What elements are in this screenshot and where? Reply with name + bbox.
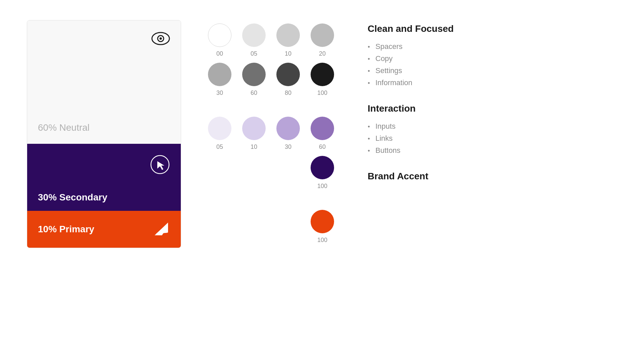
swatch-circle-100 bbox=[311, 63, 334, 86]
cursor-icon bbox=[150, 155, 170, 176]
brand-accent-title: Brand Accent bbox=[368, 171, 454, 182]
clean-focused-settings: Settings bbox=[368, 66, 454, 75]
interaction-links: Links bbox=[368, 134, 454, 143]
swatch-circle-30 bbox=[208, 63, 231, 86]
brand-label-100: 100 bbox=[317, 237, 327, 244]
interaction-label-30: 30 bbox=[285, 143, 291, 150]
interaction-swatch-10: 10 bbox=[242, 117, 266, 150]
swatches-container: 00 05 10 20 30 bbox=[208, 20, 334, 244]
card-primary-section: 10% Primary bbox=[27, 211, 181, 248]
clean-focused-copy: Copy bbox=[368, 54, 454, 63]
swatch-00: 00 bbox=[208, 23, 231, 57]
interaction-swatch-group: 05 10 30 60 100 bbox=[208, 117, 334, 190]
interaction-group: Interaction Inputs Links Buttons bbox=[368, 103, 454, 155]
brand-swatch-100: 100 bbox=[311, 210, 334, 244]
interaction-circle-10 bbox=[242, 117, 266, 140]
clean-focused-list: Spacers Copy Settings Information bbox=[368, 42, 454, 87]
interaction-buttons: Buttons bbox=[368, 146, 454, 155]
clean-focused-title: Clean and Focused bbox=[368, 23, 454, 34]
interaction-swatch-05: 05 bbox=[208, 117, 231, 150]
swatch-label-20: 20 bbox=[319, 50, 326, 57]
interaction-row-1: 05 10 30 60 bbox=[208, 117, 334, 150]
interaction-row-2: 100 bbox=[208, 156, 334, 190]
swatch-10: 10 bbox=[276, 23, 300, 57]
secondary-label: 30% Secondary bbox=[38, 192, 107, 203]
neutral-label: 60% Neutral bbox=[38, 122, 170, 133]
clean-focused-spacers: Spacers bbox=[368, 42, 454, 51]
interaction-label-05: 05 bbox=[216, 143, 223, 150]
card-neutral-section: 60% Neutral bbox=[27, 20, 181, 144]
swatch-label-30: 30 bbox=[216, 89, 223, 97]
main-container: 60% Neutral 30% Secondary 10% Primary bbox=[0, 0, 644, 248]
neutral-swatch-group: 00 05 10 20 30 bbox=[208, 23, 334, 97]
interaction-swatch-60: 60 bbox=[311, 117, 334, 150]
eye-icon bbox=[151, 31, 170, 47]
interaction-circle-30 bbox=[276, 117, 300, 140]
interaction-swatch-30: 30 bbox=[276, 117, 300, 150]
arrow-icon bbox=[153, 220, 170, 239]
card-secondary-section: 30% Secondary bbox=[27, 144, 181, 211]
swatch-circle-60 bbox=[242, 63, 266, 86]
swatch-05: 05 bbox=[242, 23, 266, 57]
interaction-label-100: 100 bbox=[317, 183, 327, 190]
interaction-inputs: Inputs bbox=[368, 122, 454, 131]
clean-focused-group: Clean and Focused Spacers Copy Settings … bbox=[368, 23, 454, 87]
interaction-circle-05 bbox=[208, 117, 231, 140]
swatch-label-00: 00 bbox=[216, 50, 223, 57]
swatch-20: 20 bbox=[311, 23, 334, 57]
color-card: 60% Neutral 30% Secondary 10% Primary bbox=[27, 20, 181, 248]
brand-circle-100 bbox=[311, 210, 334, 233]
interaction-label-10: 10 bbox=[251, 143, 257, 150]
swatch-label-100: 100 bbox=[317, 89, 327, 97]
interaction-circle-60 bbox=[311, 117, 334, 140]
svg-point-2 bbox=[160, 38, 162, 40]
interaction-list: Inputs Links Buttons bbox=[368, 122, 454, 155]
interaction-title: Interaction bbox=[368, 103, 454, 114]
brand-accent-group: Brand Accent bbox=[368, 171, 454, 184]
swatch-80: 80 bbox=[276, 63, 300, 97]
swatch-circle-80 bbox=[276, 63, 300, 86]
swatch-label-05: 05 bbox=[251, 50, 257, 57]
swatch-circle-05 bbox=[242, 23, 266, 47]
swatch-label-80: 80 bbox=[285, 89, 291, 97]
swatch-30: 30 bbox=[208, 63, 231, 97]
interaction-swatch-100: 100 bbox=[311, 156, 334, 190]
swatch-circle-00 bbox=[208, 23, 231, 47]
interaction-label-60: 60 bbox=[319, 143, 326, 150]
right-panel: Clean and Focused Spacers Copy Settings … bbox=[368, 20, 454, 184]
brand-swatch-group: 100 bbox=[208, 210, 334, 244]
swatch-100: 100 bbox=[311, 63, 334, 97]
clean-focused-information: Information bbox=[368, 78, 454, 87]
neutral-row-1: 00 05 10 20 bbox=[208, 23, 334, 57]
swatch-label-60: 60 bbox=[251, 89, 257, 97]
primary-label: 10% Primary bbox=[38, 224, 94, 235]
swatch-circle-20 bbox=[311, 23, 334, 47]
swatch-60: 60 bbox=[242, 63, 266, 97]
neutral-row-2: 30 60 80 100 bbox=[208, 63, 334, 97]
swatch-circle-10 bbox=[276, 23, 300, 47]
swatch-label-10: 10 bbox=[285, 50, 291, 57]
interaction-circle-100 bbox=[311, 156, 334, 179]
